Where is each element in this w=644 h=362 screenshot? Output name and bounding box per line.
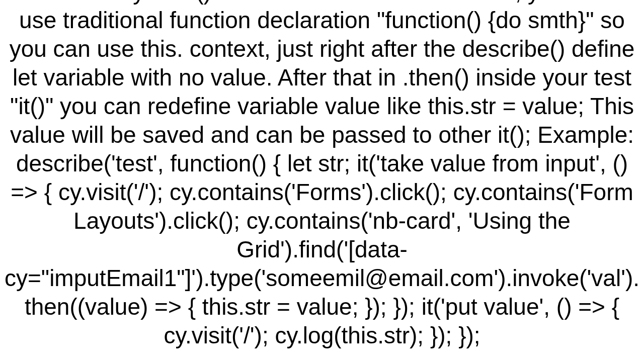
document-body-text: Answer 1: If your it() tests share the s… bbox=[0, 0, 644, 339]
